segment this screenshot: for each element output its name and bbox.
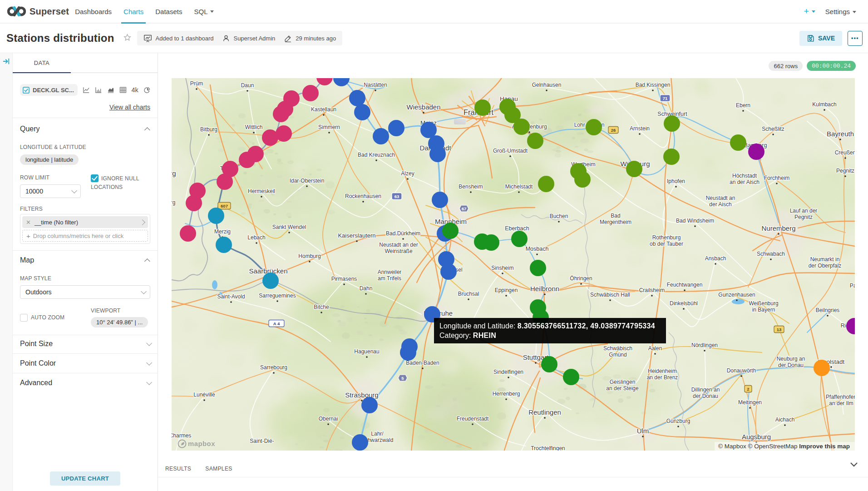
svg-text:Aichach: Aichach xyxy=(775,417,795,423)
svg-text:Schwäbisch: Schwäbisch xyxy=(603,345,632,352)
svg-text:Meitingen: Meitingen xyxy=(738,399,762,406)
svg-text:Neustadt an der: Neustadt an der xyxy=(379,242,418,248)
svg-text:Mergentheim: Mergentheim xyxy=(600,219,631,225)
svg-text:Pfaffenhofen: Pfaffenhofen xyxy=(826,394,855,400)
svg-text:Pegnitz: Pegnitz xyxy=(836,168,854,174)
svg-text:67: 67 xyxy=(462,206,467,211)
svg-text:5: 5 xyxy=(401,376,404,381)
svg-text:Eppingen: Eppingen xyxy=(495,287,518,293)
svg-text:Dahn: Dahn xyxy=(360,285,373,292)
svg-text:2: 2 xyxy=(747,387,749,392)
svg-text:rg: rg xyxy=(172,169,176,177)
svg-text:26: 26 xyxy=(611,128,616,133)
svg-text:Arnstein: Arnstein xyxy=(630,125,650,132)
svg-text:Prüm: Prüm xyxy=(190,80,203,87)
svg-text:Pa: Pa xyxy=(850,283,855,289)
svg-text:Bitche: Bitche xyxy=(314,304,329,310)
svg-text:mapbox: mapbox xyxy=(188,440,215,447)
svg-text:der Donau: der Donau xyxy=(693,393,718,399)
svg-text:Saint-Avold: Saint-Avold xyxy=(217,293,245,300)
svg-text:Annweiler: Annweiler xyxy=(378,269,402,275)
svg-text:Neuburg an: Neuburg an xyxy=(777,356,805,362)
svg-text:Idar-Oberstein: Idar-Oberstein xyxy=(290,178,325,184)
svg-text:am Trifels: am Trifels xyxy=(378,275,401,282)
svg-text:Obernai: Obernai xyxy=(319,416,338,422)
svg-text:Wiesbaden: Wiesbaden xyxy=(406,103,440,111)
svg-text:Reutlingen: Reutlingen xyxy=(528,408,561,416)
svg-text:Eberbach: Eberbach xyxy=(505,225,529,232)
svg-text:Lahr/: Lahr/ xyxy=(371,431,384,437)
svg-text:Merzig: Merzig xyxy=(214,228,231,235)
svg-text:Öhringen: Öhringen xyxy=(570,275,592,282)
svg-text:Haguenau: Haguenau xyxy=(354,348,379,355)
svg-text:Kulmbach: Kulmbach xyxy=(812,101,836,108)
svg-text:Lauf an der: Lauf an der xyxy=(790,208,818,214)
svg-text:Groß-Umstadt: Groß-Umstadt xyxy=(493,148,528,154)
svg-text:Weißenburg: Weißenburg xyxy=(749,300,778,307)
svg-text:Crailsheim: Crailsheim xyxy=(639,287,665,293)
svg-text:Bad Windsheim: Bad Windsheim xyxy=(676,218,714,224)
svg-text:Neumarkt in: Neumarkt in xyxy=(810,256,840,263)
svg-text:13: 13 xyxy=(777,327,782,332)
svg-text:Aalen: Aalen xyxy=(648,345,662,352)
svg-text:an der Ilm: an der Ilm xyxy=(829,400,853,407)
svg-text:Sinsheim: Sinsheim xyxy=(491,265,513,271)
svg-text:Kaiserslautern: Kaiserslautern xyxy=(338,232,375,239)
svg-text:Pegnitz: Pegnitz xyxy=(794,214,813,220)
svg-text:Feuchtwangen: Feuchtwangen xyxy=(667,282,703,288)
svg-text:607: 607 xyxy=(221,203,228,208)
svg-text:Geislingen: Geislingen xyxy=(610,379,636,385)
svg-text:Kastellaun: Kastellaun xyxy=(311,106,336,113)
svg-text:Lunéville: Lunéville xyxy=(193,392,215,398)
svg-text:an der Brenz: an der Brenz xyxy=(647,374,678,381)
svg-text:Michelstadt: Michelstadt xyxy=(505,184,533,190)
svg-text:Heilbronn: Heilbronn xyxy=(530,285,559,293)
svg-text:Bad: Bad xyxy=(611,213,620,219)
svg-text:Schwäbisch Hall: Schwäbisch Hall xyxy=(590,292,630,298)
svg-text:Daun: Daun xyxy=(241,82,254,89)
svg-text:Lebach: Lebach xyxy=(247,234,265,241)
svg-text:Charmes: Charmes xyxy=(172,432,191,439)
svg-text:Herrenberg: Herrenberg xyxy=(493,391,520,397)
svg-text:Höchstadt: Höchstadt xyxy=(732,173,757,179)
svg-text:Mosbach: Mosbach xyxy=(526,246,549,252)
svg-text:Dinkelsbühl: Dinkelsbühl xyxy=(670,300,698,307)
svg-text:Beilngries: Beilngries xyxy=(816,307,840,313)
svg-text:ob der Tauber: ob der Tauber xyxy=(650,241,683,247)
svg-text:der Oberpfalz: der Oberpfalz xyxy=(809,263,842,269)
svg-text:Pirmasens: Pirmasens xyxy=(331,276,357,282)
svg-text:© Mapbox © OpenStreetMap Impro: © Mapbox © OpenStreetMap Improve this ma… xyxy=(718,443,850,450)
svg-text:Hermeskeil: Hermeskeil xyxy=(248,188,275,194)
svg-text:Nördlingen: Nördlingen xyxy=(691,342,718,348)
svg-text:Weinstraße: Weinstraße xyxy=(385,248,412,254)
svg-text:Bensheim: Bensheim xyxy=(459,184,483,190)
svg-text:Ansbach: Ansbach xyxy=(705,255,726,262)
svg-text:der Aisch: der Aisch xyxy=(709,201,731,208)
svg-text:Alzey: Alzey xyxy=(401,170,414,177)
svg-text:Gelnhausen: Gelnhausen xyxy=(532,82,562,88)
svg-text:der Donau: der Donau xyxy=(778,362,804,368)
svg-text:71: 71 xyxy=(663,96,668,101)
svg-text:Bad Kreuznach: Bad Kreuznach xyxy=(358,152,395,158)
svg-text:Sindelfingen: Sindelfingen xyxy=(493,369,523,375)
svg-text:Creußen: Creußen xyxy=(835,149,855,156)
svg-text:Homburg: Homburg xyxy=(298,253,321,259)
svg-text:Augsburg: Augsburg xyxy=(742,433,771,441)
svg-text:Saint-Dié-: Saint-Dié- xyxy=(250,438,274,444)
svg-text:Bad Kissingen: Bad Kissingen xyxy=(636,82,671,88)
svg-text:an der Aisch: an der Aisch xyxy=(730,179,760,185)
svg-text:A 4: A 4 xyxy=(273,321,280,326)
svg-text:Rothenburg: Rothenburg xyxy=(652,234,681,241)
svg-text:Trochtelfingen: Trochtelfingen xyxy=(531,445,565,451)
svg-text:Dillingen an: Dillingen an xyxy=(691,387,720,393)
svg-text:Strasbourg: Strasbourg xyxy=(345,391,378,399)
svg-text:Rockenhausen: Rockenhausen xyxy=(345,193,381,199)
svg-text:Gmünd: Gmünd xyxy=(609,352,626,358)
svg-text:Simmern: Simmern xyxy=(318,124,340,130)
svg-text:Gunzenhausen: Gunzenhausen xyxy=(718,292,755,298)
svg-text:Ulm: Ulm xyxy=(637,427,649,435)
svg-text:Freudenstadt: Freudenstadt xyxy=(457,416,489,422)
svg-text:Günzburg: Günzburg xyxy=(666,418,690,424)
svg-text:Nuremberg: Nuremberg xyxy=(761,224,795,232)
svg-text:Heidenheim: Heidenheim xyxy=(648,368,677,374)
